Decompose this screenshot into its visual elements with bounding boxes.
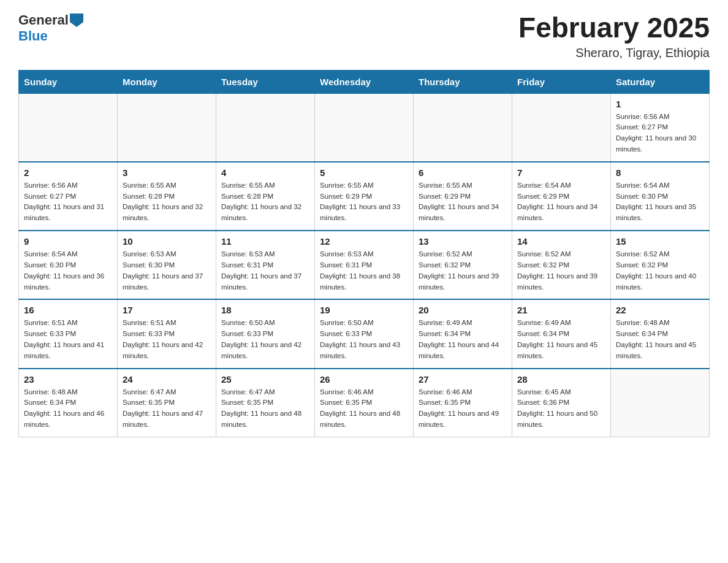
logo-blue-text: Blue (18, 28, 48, 44)
day-info: Sunrise: 6:46 AMSunset: 6:35 PMDaylight:… (419, 387, 507, 431)
day-info: Sunrise: 6:53 AMSunset: 6:30 PMDaylight:… (123, 249, 211, 293)
day-info: Sunrise: 6:55 AMSunset: 6:28 PMDaylight:… (123, 180, 211, 224)
day-info: Sunrise: 6:49 AMSunset: 6:34 PMDaylight:… (419, 318, 507, 361)
day-number: 9 (24, 236, 112, 247)
day-number: 4 (221, 167, 309, 178)
day-info: Sunrise: 6:47 AMSunset: 6:35 PMDaylight:… (123, 387, 211, 431)
day-info: Sunrise: 6:56 AMSunset: 6:27 PMDaylight:… (616, 112, 704, 155)
day-info: Sunrise: 6:52 AMSunset: 6:32 PMDaylight:… (419, 249, 507, 293)
calendar-cell: 22Sunrise: 6:48 AMSunset: 6:34 PMDayligh… (611, 299, 710, 368)
day-number: 17 (123, 305, 211, 315)
calendar-cell: 17Sunrise: 6:51 AMSunset: 6:33 PMDayligh… (118, 299, 216, 368)
calendar-cell: 6Sunrise: 6:55 AMSunset: 6:29 PMDaylight… (414, 162, 512, 231)
header-tuesday: Tuesday (216, 70, 315, 93)
day-info: Sunrise: 6:54 AMSunset: 6:29 PMDaylight:… (517, 180, 605, 224)
calendar-cell: 8Sunrise: 6:54 AMSunset: 6:30 PMDaylight… (611, 162, 710, 231)
calendar-cell: 28Sunrise: 6:45 AMSunset: 6:36 PMDayligh… (512, 369, 611, 437)
calendar-cell: 26Sunrise: 6:46 AMSunset: 6:35 PMDayligh… (315, 369, 414, 437)
day-number: 2 (24, 167, 112, 178)
calendar-cell: 2Sunrise: 6:56 AMSunset: 6:27 PMDaylight… (19, 162, 118, 231)
day-number: 25 (221, 374, 309, 385)
month-title: February 2025 (518, 12, 710, 44)
calendar-cell: 16Sunrise: 6:51 AMSunset: 6:33 PMDayligh… (19, 299, 118, 368)
day-number: 12 (320, 236, 408, 247)
logo: General Blue (18, 12, 83, 44)
day-info: Sunrise: 6:54 AMSunset: 6:30 PMDaylight:… (616, 180, 704, 224)
day-number: 13 (419, 236, 507, 247)
day-number: 15 (616, 236, 704, 247)
calendar-cell: 5Sunrise: 6:55 AMSunset: 6:29 PMDaylight… (315, 162, 414, 231)
calendar-cell: 1Sunrise: 6:56 AMSunset: 6:27 PMDaylight… (611, 93, 710, 162)
week-row-3: 16Sunrise: 6:51 AMSunset: 6:33 PMDayligh… (19, 299, 710, 368)
day-info: Sunrise: 6:55 AMSunset: 6:29 PMDaylight:… (419, 180, 507, 224)
day-info: Sunrise: 6:55 AMSunset: 6:28 PMDaylight:… (221, 180, 309, 224)
day-info: Sunrise: 6:47 AMSunset: 6:35 PMDaylight:… (221, 387, 309, 431)
calendar-cell: 11Sunrise: 6:53 AMSunset: 6:31 PMDayligh… (216, 231, 315, 299)
calendar-cell: 3Sunrise: 6:55 AMSunset: 6:28 PMDaylight… (118, 162, 216, 231)
calendar-cell: 27Sunrise: 6:46 AMSunset: 6:35 PMDayligh… (414, 369, 512, 437)
day-info: Sunrise: 6:56 AMSunset: 6:27 PMDaylight:… (24, 180, 112, 224)
day-info: Sunrise: 6:50 AMSunset: 6:33 PMDaylight:… (320, 318, 408, 361)
day-info: Sunrise: 6:48 AMSunset: 6:34 PMDaylight:… (24, 387, 112, 431)
calendar-cell (414, 93, 512, 162)
location-subtitle: Sheraro, Tigray, Ethiopia (518, 46, 710, 60)
day-info: Sunrise: 6:46 AMSunset: 6:35 PMDaylight:… (320, 387, 408, 431)
day-number: 28 (517, 374, 605, 385)
day-number: 22 (616, 305, 704, 315)
day-number: 23 (24, 374, 112, 385)
day-info: Sunrise: 6:53 AMSunset: 6:31 PMDaylight:… (320, 249, 408, 293)
calendar-cell: 18Sunrise: 6:50 AMSunset: 6:33 PMDayligh… (216, 299, 315, 368)
logo-general-text: General (18, 12, 69, 28)
page-header: General Blue February 2025 Sheraro, Tigr… (18, 12, 710, 60)
header-monday: Monday (118, 70, 216, 93)
day-number: 24 (123, 374, 211, 385)
day-info: Sunrise: 6:50 AMSunset: 6:33 PMDaylight:… (221, 318, 309, 361)
calendar-cell: 7Sunrise: 6:54 AMSunset: 6:29 PMDaylight… (512, 162, 611, 231)
day-number: 18 (221, 305, 309, 315)
day-number: 1 (616, 99, 704, 109)
day-number: 10 (123, 236, 211, 247)
calendar-cell (118, 93, 216, 162)
day-info: Sunrise: 6:51 AMSunset: 6:33 PMDaylight:… (24, 318, 112, 361)
day-number: 19 (320, 305, 408, 315)
day-number: 6 (419, 167, 507, 178)
calendar-cell: 13Sunrise: 6:52 AMSunset: 6:32 PMDayligh… (414, 231, 512, 299)
day-info: Sunrise: 6:53 AMSunset: 6:31 PMDaylight:… (221, 249, 309, 293)
day-info: Sunrise: 6:54 AMSunset: 6:30 PMDaylight:… (24, 249, 112, 293)
day-number: 26 (320, 374, 408, 385)
day-info: Sunrise: 6:48 AMSunset: 6:34 PMDaylight:… (616, 318, 704, 361)
calendar-cell (512, 93, 611, 162)
calendar-cell (19, 93, 118, 162)
calendar-table: Sunday Monday Tuesday Wednesday Thursday… (18, 70, 710, 437)
header-wednesday: Wednesday (315, 70, 414, 93)
day-number: 21 (517, 305, 605, 315)
day-info: Sunrise: 6:49 AMSunset: 6:34 PMDaylight:… (517, 318, 605, 361)
day-number: 27 (419, 374, 507, 385)
header-friday: Friday (512, 70, 611, 93)
calendar-cell: 25Sunrise: 6:47 AMSunset: 6:35 PMDayligh… (216, 369, 315, 437)
calendar-cell: 14Sunrise: 6:52 AMSunset: 6:32 PMDayligh… (512, 231, 611, 299)
calendar-cell: 21Sunrise: 6:49 AMSunset: 6:34 PMDayligh… (512, 299, 611, 368)
calendar-cell: 19Sunrise: 6:50 AMSunset: 6:33 PMDayligh… (315, 299, 414, 368)
day-number: 14 (517, 236, 605, 247)
weekday-header-row: Sunday Monday Tuesday Wednesday Thursday… (19, 70, 710, 93)
week-row-1: 2Sunrise: 6:56 AMSunset: 6:27 PMDaylight… (19, 162, 710, 231)
week-row-4: 23Sunrise: 6:48 AMSunset: 6:34 PMDayligh… (19, 369, 710, 437)
logo-icon (70, 13, 83, 27)
day-number: 11 (221, 236, 309, 247)
header-saturday: Saturday (611, 70, 710, 93)
day-number: 7 (517, 167, 605, 178)
day-info: Sunrise: 6:51 AMSunset: 6:33 PMDaylight:… (123, 318, 211, 361)
title-area: February 2025 Sheraro, Tigray, Ethiopia (518, 12, 710, 60)
header-sunday: Sunday (19, 70, 118, 93)
day-number: 20 (419, 305, 507, 315)
week-row-0: 1Sunrise: 6:56 AMSunset: 6:27 PMDaylight… (19, 93, 710, 162)
day-info: Sunrise: 6:55 AMSunset: 6:29 PMDaylight:… (320, 180, 408, 224)
svg-marker-0 (70, 13, 83, 27)
calendar-cell (315, 93, 414, 162)
day-number: 8 (616, 167, 704, 178)
day-number: 3 (123, 167, 211, 178)
calendar-cell: 10Sunrise: 6:53 AMSunset: 6:30 PMDayligh… (118, 231, 216, 299)
header-thursday: Thursday (414, 70, 512, 93)
day-number: 16 (24, 305, 112, 315)
